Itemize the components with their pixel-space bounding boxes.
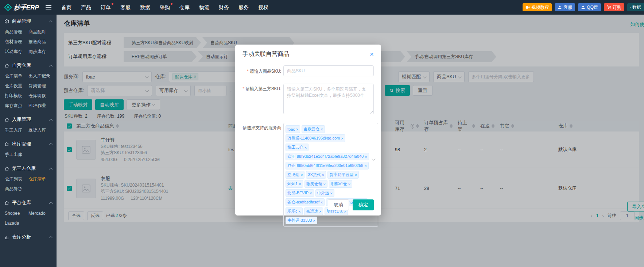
sidebar-item[interactable]: 仓库调拨 [28,91,52,101]
sidebar-item[interactable]: 打印模板 [5,91,28,101]
sidebar-item[interactable]: 手工出库 [5,150,28,160]
sidebar-item[interactable]: 库存盘点 [5,101,28,111]
nav-item-customer-service[interactable]: 客服 [116,0,135,15]
data-assistant-button[interactable]: 数据 [627,3,644,11]
provider-tag: 鑫歌云仓 [302,125,325,133]
sidebar-item[interactable]: PDA作业 [28,101,52,111]
sidebar-item[interactable]: 包材管理 [5,37,28,47]
top-navbar: 妙手ERP 首页 产品 订单 客服 数据 采购 仓库 物流 财务 服务 授权 视… [0,0,644,15]
sidebar-item[interactable]: 仓库设置 [5,81,28,91]
nav-item-finance[interactable]: 财务 [214,0,234,15]
video-tutorial-button[interactable]: 视频教程 [523,3,552,11]
sidebar-item[interactable]: 同步库存 [28,47,52,57]
navbar-right: 视频教程 客服 QQ群 订购 数据 [523,3,644,11]
remove-tag-icon[interactable] [364,164,366,168]
chevron-up-icon [49,202,53,205]
sidebar-section-outbound: 出库管理 手工出库 [0,137,57,162]
sidebar-item[interactable]: 退货入库 [28,125,52,135]
section-header[interactable]: 第三方仓库 [0,162,57,174]
remove-tag-icon[interactable] [365,155,367,159]
remove-tag-icon[interactable] [321,200,323,205]
sidebar-item[interactable]: 活动库存 [5,47,28,57]
sidebar: 商品管理 商品管理 商品配对 包材管理 推送商品 活动库存 同步库存 自营仓库 … [0,15,57,267]
sidebar-section-product-management: 商品管理 商品管理 商品配对 包材管理 推送商品 活动库存 同步库存 [0,15,57,59]
section-header[interactable]: 入库管理 [0,113,57,125]
customer-service-button[interactable]: 客服 [555,3,575,11]
third-party-sku-label: 请输入第三方SKU: [243,84,283,115]
product-sku-label: 请输入商品SKU: [243,65,283,76]
remove-tag-icon[interactable] [341,136,343,141]
sidebar-item-warehouse-inventory[interactable]: 仓库清单 [28,174,52,184]
sidebar-item[interactable]: 仓库清单 [5,71,28,81]
third-party-sku-textarea[interactable] [283,84,374,114]
confirm-button[interactable]: 确定 [353,199,374,210]
provider-tag: 明辉c1仓 [329,180,352,188]
sidebar-item[interactable]: 推送商品 [28,37,52,47]
sidebar-item[interactable]: 商品配对 [28,27,52,37]
section-title: 入库管理 [12,116,31,123]
remove-tag-icon[interactable] [299,182,301,186]
section-header[interactable]: 商品管理 [0,15,57,27]
provider-tag: 嘉运达 [304,207,323,215]
main-menu: 首页 产品 订单 客服 数据 采购 仓库 物流 财务 服务 授权 [57,0,273,15]
qq-group-button[interactable]: QQ群 [578,3,601,11]
remove-tag-icon[interactable] [354,173,357,177]
nav-item-data[interactable]: 数据 [135,0,155,15]
remove-tag-icon[interactable] [313,218,315,223]
nav-item-authorization[interactable]: 授权 [253,0,273,15]
chart-icon [4,235,9,240]
close-icon[interactable] [370,52,374,57]
section-header[interactable]: 平台仓库 [0,196,57,209]
chevron-up-icon [49,143,53,146]
sidebar-item[interactable]: 商品管理 [5,27,28,37]
sidebar-item[interactable]: Mercado [28,209,52,218]
home-icon [4,117,9,122]
section-title: 自营仓库 [12,62,31,69]
chevron-up-icon [49,64,53,68]
order-now-button[interactable]: 订购 [604,3,624,11]
cloud-icon [630,5,631,9]
sidebar-item[interactable]: 仓库列表 [5,174,28,184]
sidebar-item[interactable]: 商品补货 [5,184,28,194]
chevron-up-icon [49,118,53,122]
section-header[interactable]: 出库管理 [0,137,57,150]
nav-item-logistics[interactable]: 物流 [194,0,214,15]
remove-tag-icon[interactable] [330,191,333,195]
provider-tag: fbac [286,125,300,133]
remove-tag-icon[interactable] [348,182,350,186]
app-logo[interactable]: 妙手ERP [0,3,43,12]
nav-item-services[interactable]: 服务 [234,0,253,15]
cancel-button[interactable]: 取消 [328,199,349,210]
menu-toggle-icon[interactable] [46,5,51,9]
home-icon [4,142,9,146]
provider-tag: 中外运 [315,189,334,197]
remove-tag-icon[interactable] [296,127,298,131]
provider-label: 请选择支持的服务商: [243,123,283,227]
remove-tag-icon[interactable] [304,145,307,150]
nav-item-home[interactable]: 首页 [57,0,76,15]
provider-multiselect[interactable]: fbac 鑫歌云仓 万邑通-1148046195@qq.com 快工云仓 众汇-… [283,123,378,227]
nav-item-purchasing[interactable]: 采购 [155,0,175,15]
logo-icon [4,4,12,11]
remove-tag-icon[interactable] [319,209,321,214]
sidebar-section-third-party-warehouse: 第三方仓库 仓库列表 仓库清单 商品补货 [0,162,57,196]
dialog-title: 手动关联自营商品 [243,50,289,58]
remove-tag-icon[interactable] [322,173,324,177]
remove-tag-icon[interactable] [310,191,312,195]
sidebar-item[interactable]: 出入库记录 [28,71,52,81]
sidebar-item[interactable]: Shopee [5,209,28,218]
provider-tag: 立飞达 [286,171,304,179]
sidebar-item[interactable]: Lazada [5,218,28,228]
remove-tag-icon[interactable] [321,127,323,131]
remove-tag-icon[interactable] [323,182,326,186]
remove-tag-icon[interactable] [300,173,303,177]
remove-tag-icon[interactable] [299,209,301,214]
section-header[interactable]: 自营仓库 [0,59,57,71]
sidebar-item[interactable]: 手工入库 [5,125,28,135]
nav-item-products[interactable]: 产品 [76,0,96,15]
nav-item-warehouse[interactable]: 仓库 [175,0,194,15]
product-sku-input[interactable] [283,65,374,76]
section-header[interactable]: 仓库分析 [0,230,57,243]
nav-item-orders[interactable]: 订单 [96,0,116,15]
sidebar-item[interactable]: 货架管理 [28,81,52,91]
